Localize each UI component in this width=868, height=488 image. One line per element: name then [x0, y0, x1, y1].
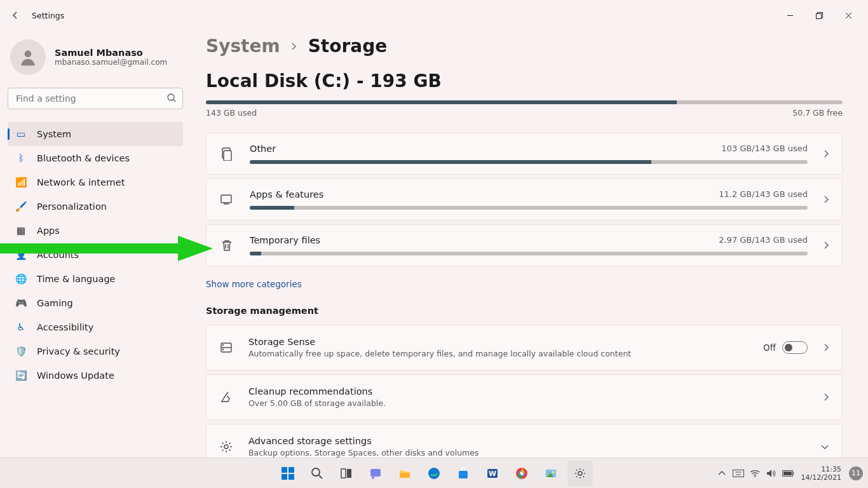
update-icon: 🔄	[15, 370, 27, 381]
tray-chevron-icon[interactable]	[716, 468, 728, 479]
nav-accounts[interactable]: 👤Accounts	[8, 243, 183, 267]
breadcrumb: System Storage	[206, 36, 843, 57]
svg-rect-7	[224, 151, 231, 161]
edge-button[interactable]	[421, 461, 447, 486]
keyboard-icon[interactable]	[733, 468, 744, 479]
mgmt-sub: Automatically free up space, delete temp…	[248, 349, 748, 358]
apps-icon: ▦	[15, 225, 27, 236]
chevron-right-icon	[823, 343, 829, 352]
svg-rect-8	[221, 195, 231, 203]
wifi-icon[interactable]	[749, 468, 761, 479]
svg-rect-26	[400, 473, 410, 478]
nav-list: ▭System ᛒBluetooth & devices 📶Network & …	[8, 122, 183, 388]
svg-rect-18	[281, 474, 287, 480]
nav-update[interactable]: 🔄Windows Update	[8, 363, 183, 388]
volume-icon[interactable]	[766, 468, 777, 479]
category-name: Other	[250, 144, 276, 154]
chevron-right-icon	[823, 393, 829, 402]
search-box	[8, 88, 183, 109]
user-card[interactable]: Samuel Mbanaso mbanaso.samuel@gmail.com	[8, 36, 183, 88]
chrome-button[interactable]	[509, 461, 534, 486]
taskbar-search[interactable]	[304, 461, 330, 486]
close-button[interactable]	[834, 5, 863, 25]
word-button[interactable]: W	[480, 461, 505, 486]
settings-button[interactable]	[567, 461, 593, 486]
svg-rect-16	[281, 467, 287, 473]
photos-button[interactable]	[538, 461, 564, 486]
start-button[interactable]	[275, 461, 301, 486]
svg-rect-17	[288, 467, 294, 473]
cleanup-card[interactable]: Cleanup recommendations Over 5.00 GB of …	[206, 374, 843, 420]
user-email: mbanaso.samuel@gmail.com	[55, 58, 167, 67]
store-button[interactable]	[451, 461, 476, 486]
nav-network[interactable]: 📶Network & internet	[8, 170, 183, 194]
nav-label: System	[37, 129, 71, 139]
nav-label: Personalization	[37, 201, 107, 212]
nav-label: Bluetooth & devices	[37, 153, 130, 163]
nav-label: Privacy & security	[37, 346, 120, 356]
nav-bluetooth[interactable]: ᛒBluetooth & devices	[8, 146, 183, 170]
back-button[interactable]	[5, 5, 25, 25]
svg-point-12	[222, 344, 223, 345]
gear-icon	[219, 440, 233, 454]
storage-sense-card[interactable]: Storage Sense Automatically free up spac…	[206, 325, 843, 370]
svg-text:W: W	[489, 470, 496, 478]
nav-label: Time & language	[37, 274, 116, 284]
minimize-button[interactable]	[775, 5, 804, 25]
advanced-storage-card[interactable]: Advanced storage settings Backup options…	[206, 424, 843, 458]
category-temp[interactable]: Temporary files2.97 GB/143 GB used	[206, 224, 843, 266]
category-size: 2.97 GB/143 GB used	[719, 235, 808, 245]
chevron-right-icon	[823, 241, 829, 250]
show-more-link[interactable]: Show more categories	[206, 279, 302, 289]
nav-apps[interactable]: ▦Apps	[8, 219, 183, 243]
svg-rect-43	[783, 471, 792, 475]
category-apps[interactable]: Apps & features11.2 GB/143 GB used	[206, 179, 843, 220]
svg-point-36	[552, 471, 555, 473]
category-name: Temporary files	[250, 235, 320, 245]
explorer-button[interactable]	[392, 461, 417, 486]
maximize-button[interactable]	[804, 5, 834, 25]
svg-rect-19	[288, 474, 294, 480]
search-input[interactable]	[8, 88, 183, 109]
svg-line-5	[173, 100, 175, 102]
mgmt-sub: Backup options, Storage Spaces, other di…	[248, 448, 805, 458]
svg-point-3	[25, 50, 32, 57]
nav-label: Apps	[37, 226, 60, 236]
chevron-right-icon	[823, 195, 829, 204]
chevron-right-icon	[290, 41, 298, 51]
nav-gaming[interactable]: 🎮Gaming	[8, 291, 183, 315]
category-size: 103 GB/143 GB used	[721, 144, 808, 154]
other-icon	[219, 147, 234, 161]
window-title: Settings	[32, 11, 64, 20]
sidebar: Samuel Mbanaso mbanaso.samuel@gmail.com …	[0, 30, 191, 458]
nav-system[interactable]: ▭System	[8, 122, 183, 146]
storage-management-heading: Storage management	[206, 306, 843, 316]
chevron-right-icon	[823, 149, 829, 158]
nav-label: Accounts	[37, 250, 79, 260]
breadcrumb-parent[interactable]: System	[206, 36, 280, 57]
taskbar-clock[interactable]: 11:35 14/12/2021	[799, 465, 844, 482]
svg-point-37	[578, 471, 582, 475]
notification-badge[interactable]: 11	[849, 466, 863, 480]
content: System Storage Local Disk (C:) - 193 GB …	[191, 30, 868, 458]
svg-rect-38	[733, 470, 743, 477]
taskbar: W 11:35 14/12/2021 11	[0, 458, 868, 488]
nav-accessibility[interactable]: ♿Accessibility	[8, 315, 183, 339]
svg-line-21	[319, 475, 322, 478]
account-icon: 👤	[15, 249, 27, 261]
battery-icon[interactable]	[782, 468, 794, 479]
nav-personalization[interactable]: 🖌️Personalization	[8, 194, 183, 219]
category-other[interactable]: Other103 GB/143 GB used	[206, 133, 843, 175]
mgmt-title: Advanced storage settings	[248, 436, 805, 446]
globe-icon: 🌐	[15, 273, 27, 285]
taskview-button[interactable]	[334, 461, 359, 486]
nav-time[interactable]: 🌐Time & language	[8, 267, 183, 291]
network-icon: 📶	[15, 177, 27, 188]
nav-privacy[interactable]: 🛡️Privacy & security	[8, 339, 183, 363]
chat-button[interactable]	[363, 461, 388, 486]
storage-sense-toggle[interactable]	[782, 341, 808, 354]
svg-point-25	[372, 477, 374, 479]
svg-point-4	[168, 94, 174, 100]
svg-rect-44	[793, 472, 794, 475]
chevron-down-icon	[820, 444, 829, 450]
